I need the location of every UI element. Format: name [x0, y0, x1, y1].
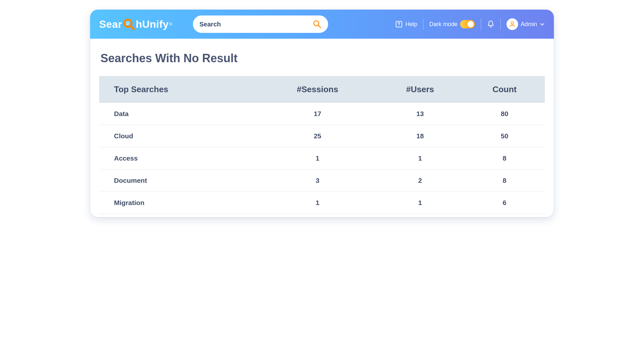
table-header-row: Top Searches #Sessions #Users Count — [99, 76, 545, 103]
cell-count: 8 — [464, 147, 545, 170]
cell-count: 6 — [464, 192, 545, 214]
cell-term: Data — [99, 103, 259, 125]
cell-users: 2 — [376, 170, 464, 192]
no-result-table: Top Searches #Sessions #Users Count Data… — [99, 76, 545, 214]
cell-sessions: 25 — [259, 125, 376, 147]
search-input[interactable] — [199, 21, 313, 28]
col-count: Count — [464, 76, 545, 103]
chevron-down-icon — [540, 22, 545, 27]
cell-term: Access — [99, 147, 259, 170]
cell-sessions: 1 — [259, 147, 376, 170]
table-row: Migration116 — [99, 192, 545, 214]
brand-registered: ® — [169, 22, 172, 26]
bell-icon — [487, 20, 495, 28]
page-title: Searches With No Result — [99, 52, 545, 65]
cell-count: 8 — [464, 170, 545, 192]
col-top-searches: Top Searches — [99, 76, 259, 103]
table-row: Document328 — [99, 170, 545, 192]
brand-logo: Sear hUnify ® — [99, 18, 172, 30]
notifications-button[interactable] — [487, 20, 495, 28]
search-box[interactable] — [193, 15, 328, 33]
darkmode-control[interactable]: Dark mode — [429, 20, 475, 28]
cell-users: 1 — [376, 147, 464, 170]
search-icon[interactable] — [313, 20, 322, 29]
col-sessions: #Sessions — [259, 76, 376, 103]
cell-term: Migration — [99, 192, 259, 214]
table-row: Data171380 — [99, 103, 545, 125]
header-actions: Help Dark mode — [395, 18, 545, 30]
darkmode-toggle[interactable] — [460, 20, 475, 28]
user-menu[interactable]: Admin — [507, 18, 545, 30]
cell-sessions: 3 — [259, 170, 376, 192]
page-content: Searches With No Result Top Searches #Se… — [90, 39, 554, 217]
app-header: Sear hUnify ® — [90, 10, 554, 39]
cell-sessions: 1 — [259, 192, 376, 214]
svg-point-9 — [511, 22, 513, 24]
help-label: Help — [405, 21, 417, 28]
svg-line-1 — [130, 26, 134, 29]
cell-sessions: 17 — [259, 103, 376, 125]
cell-term: Document — [99, 170, 259, 192]
header-divider — [500, 19, 501, 30]
col-users: #Users — [376, 76, 464, 103]
header-divider — [423, 19, 423, 30]
cell-count: 50 — [464, 125, 545, 147]
svg-line-6 — [318, 25, 321, 28]
app-window: Sear hUnify ® — [90, 10, 554, 217]
brand-text-1: Sear — [99, 18, 122, 30]
cell-users: 13 — [376, 103, 464, 125]
help-icon — [395, 20, 403, 28]
help-link[interactable]: Help — [395, 20, 417, 28]
header-divider — [481, 19, 481, 30]
user-label: Admin — [521, 21, 537, 28]
cell-users: 1 — [376, 192, 464, 214]
table-row: Access118 — [99, 147, 545, 170]
svg-point-8 — [399, 25, 399, 26]
cell-users: 18 — [376, 125, 464, 147]
table-row: Cloud251850 — [99, 125, 545, 147]
darkmode-label: Dark mode — [429, 21, 458, 28]
magnifier-logo-icon — [123, 18, 135, 30]
brand-text-2: hUnify — [136, 18, 169, 30]
cell-count: 80 — [464, 103, 545, 125]
cell-term: Cloud — [99, 125, 259, 147]
avatar — [507, 18, 518, 30]
